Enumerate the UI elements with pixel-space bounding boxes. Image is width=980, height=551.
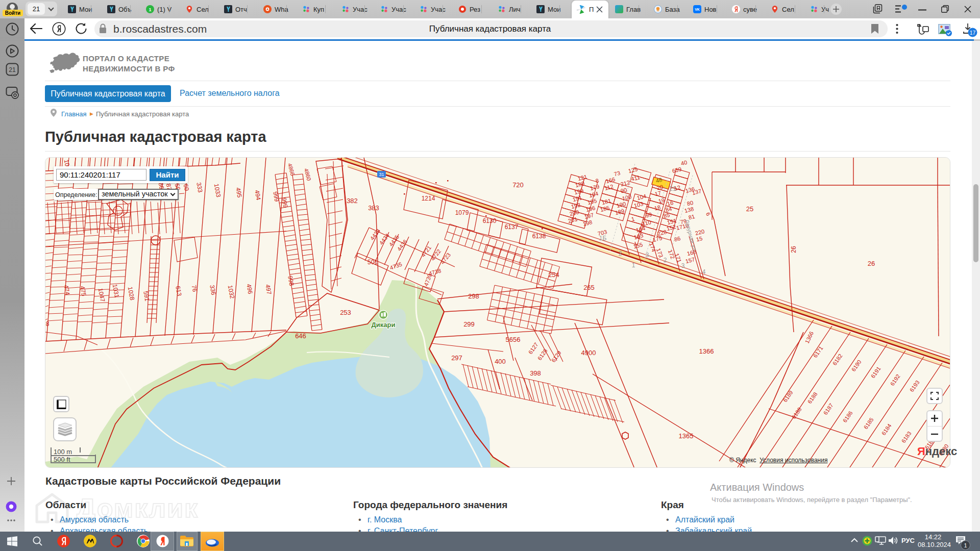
svg-text:398: 398 <box>530 369 541 377</box>
svg-text:1366: 1366 <box>699 347 714 355</box>
svg-text:25: 25 <box>746 205 753 213</box>
svg-text:265: 265 <box>583 284 595 291</box>
svg-text:8: 8 <box>46 320 50 328</box>
svg-text:2: 2 <box>664 257 667 264</box>
svg-text:31: 31 <box>379 172 384 177</box>
svg-text:298: 298 <box>468 292 479 300</box>
svg-text:1: 1 <box>149 7 151 12</box>
svg-text:382: 382 <box>347 197 358 205</box>
svg-text:76: 76 <box>190 285 199 293</box>
svg-text:Дикари: Дикари <box>372 321 396 329</box>
svg-text:4900: 4900 <box>581 349 596 357</box>
svg-text:383: 383 <box>368 204 379 212</box>
svg-text:26: 26 <box>790 246 797 253</box>
svg-text:21: 21 <box>9 66 16 73</box>
svg-text:501: 501 <box>368 259 378 266</box>
svg-text:720: 720 <box>512 181 524 189</box>
svg-text:21: 21 <box>669 185 676 192</box>
svg-text:297: 297 <box>451 354 462 362</box>
svg-text:6130: 6130 <box>483 217 497 224</box>
svg-text:1Б: 1Б <box>599 235 607 242</box>
svg-text:60: 60 <box>182 184 190 192</box>
svg-text:253: 253 <box>340 309 351 316</box>
svg-text:400: 400 <box>495 358 506 365</box>
svg-text:1365: 1365 <box>679 432 694 440</box>
svg-text:299: 299 <box>463 320 475 328</box>
svg-text:6137: 6137 <box>505 223 519 231</box>
svg-text:2: 2 <box>619 250 622 257</box>
svg-text:6138: 6138 <box>532 233 546 240</box>
svg-text:1: 1 <box>632 262 635 269</box>
svg-text:1079: 1079 <box>455 209 469 216</box>
svg-text:26: 26 <box>868 260 875 267</box>
svg-text:1214: 1214 <box>422 195 435 202</box>
svg-text:VK: VK <box>695 8 700 11</box>
svg-text:3: 3 <box>681 262 685 269</box>
svg-text:646: 646 <box>295 332 306 340</box>
svg-text:4: 4 <box>702 268 706 276</box>
svg-text:254: 254 <box>548 271 559 279</box>
svg-text:5656: 5656 <box>506 336 521 343</box>
svg-text:17: 17 <box>970 30 976 36</box>
